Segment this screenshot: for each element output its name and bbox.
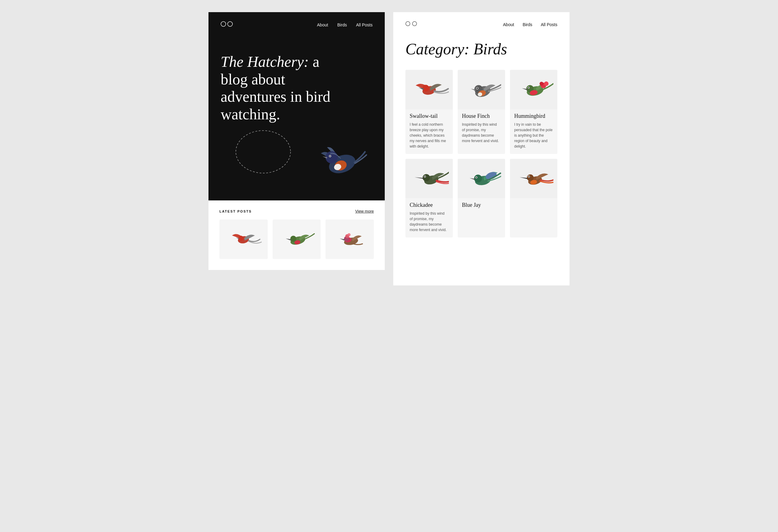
svg-point-31 bbox=[544, 81, 549, 86]
right-nav-birds[interactable]: Birds bbox=[523, 22, 532, 27]
svg-point-2 bbox=[236, 130, 291, 173]
right-nav-links: About Birds All Posts bbox=[503, 22, 557, 27]
birds-grid-row2: Chickadee Inspirited by this wind of pro… bbox=[405, 159, 557, 238]
bird-card-extra[interactable] bbox=[510, 159, 557, 238]
left-panel: About Birds All Posts The Hatchery: a bl… bbox=[209, 12, 385, 270]
hero-section: About Birds All Posts The Hatchery: a bl… bbox=[209, 12, 385, 200]
svg-point-26 bbox=[476, 87, 478, 89]
hero-nav-allposts[interactable]: All Posts bbox=[356, 22, 373, 27]
bird-card-blue-jay-body: Blue Jay bbox=[458, 198, 505, 215]
right-panel: About Birds All Posts Category: Birds bbox=[393, 12, 569, 285]
blue-jay-title: Blue Jay bbox=[462, 202, 501, 208]
house-finch-title: House Finch bbox=[462, 113, 501, 119]
bird-card-swallow-tail[interactable]: Swallow-tail I feel a cold northern bree… bbox=[405, 70, 453, 154]
bird-card-hummingbird-body: Hummingbird I try in vain to be persuade… bbox=[510, 109, 557, 154]
post-card-1[interactable] bbox=[219, 219, 268, 259]
bird-card-chickadee[interactable]: Chickadee Inspirited by this wind of pro… bbox=[405, 159, 453, 238]
birds-grid-row1: Swallow-tail I feel a cold northern bree… bbox=[405, 70, 557, 154]
view-more-link[interactable]: View more bbox=[355, 209, 374, 213]
bird-card-chickadee-body: Chickadee Inspirited by this wind of pro… bbox=[405, 198, 453, 238]
svg-point-47 bbox=[527, 174, 534, 181]
hero-title: The Hatchery: a blog about adventures in… bbox=[221, 53, 348, 123]
hero-nav-about[interactable]: About bbox=[317, 22, 328, 27]
svg-point-20 bbox=[412, 21, 417, 26]
bird-card-house-finch[interactable]: House Finch Inspirited by this wind of p… bbox=[458, 70, 505, 154]
bird-card-hummingbird[interactable]: Hummingbird I try in vain to be persuade… bbox=[510, 70, 557, 154]
hero-nav: About Birds All Posts bbox=[221, 12, 373, 29]
left-logo bbox=[221, 21, 233, 29]
hummingbird-desc: I try in vain to be persuaded that the p… bbox=[514, 122, 553, 149]
svg-point-49 bbox=[528, 176, 529, 177]
chickadee-title: Chickadee bbox=[410, 202, 449, 208]
bird-card-extra-body bbox=[510, 198, 557, 207]
swallow-tail-title: Swallow-tail bbox=[410, 113, 449, 119]
bird-card-blue-jay-img bbox=[458, 159, 505, 198]
chickadee-desc: Inspirited by this wind of promise, my d… bbox=[410, 211, 449, 233]
hero-bird bbox=[309, 130, 370, 185]
bird-card-swallow-tail-body: Swallow-tail I feel a cold northern bree… bbox=[405, 109, 453, 154]
latest-header: LATEST POSTS View more bbox=[219, 209, 374, 213]
svg-point-19 bbox=[406, 21, 410, 26]
svg-point-38 bbox=[423, 174, 430, 181]
category-title-text: Category: Birds bbox=[405, 40, 507, 58]
svg-point-32 bbox=[539, 82, 543, 86]
svg-point-1 bbox=[228, 21, 232, 26]
hummingbird-title: Hummingbird bbox=[514, 113, 553, 119]
latest-section: LATEST POSTS View more bbox=[209, 200, 385, 270]
bird-card-swallow-tail-img bbox=[405, 70, 453, 109]
svg-point-43 bbox=[474, 175, 482, 182]
latest-label: LATEST POSTS bbox=[219, 209, 252, 213]
right-logo bbox=[405, 21, 417, 28]
dashed-circle-decoration bbox=[233, 127, 294, 176]
category-title: Category: Birds bbox=[405, 40, 557, 58]
bird-card-house-finch-body: House Finch Inspirited by this wind of p… bbox=[458, 109, 505, 149]
svg-point-12 bbox=[290, 236, 296, 242]
svg-point-45 bbox=[476, 177, 477, 178]
bird-card-blue-jay[interactable]: Blue Jay bbox=[458, 159, 505, 238]
post-card-2[interactable] bbox=[273, 219, 321, 259]
right-nav-allposts[interactable]: All Posts bbox=[541, 22, 557, 27]
house-finch-desc: Inspirited by this wind of promise, my d… bbox=[462, 122, 501, 144]
right-nav-about[interactable]: About bbox=[503, 22, 514, 27]
bird-card-chickadee-img bbox=[405, 159, 453, 198]
svg-point-40 bbox=[424, 176, 425, 177]
svg-point-35 bbox=[528, 87, 529, 88]
bird-card-extra-img bbox=[510, 159, 557, 198]
bird-card-house-finch-img bbox=[458, 70, 505, 109]
hero-nav-links: About Birds All Posts bbox=[317, 22, 373, 27]
posts-grid bbox=[219, 219, 374, 259]
swallow-tail-desc: I feel a cold northern breeze play upon … bbox=[410, 122, 449, 149]
bird-card-hummingbird-img bbox=[510, 70, 557, 109]
svg-point-18 bbox=[347, 233, 351, 236]
hero-nav-birds[interactable]: Birds bbox=[337, 22, 347, 27]
svg-point-10 bbox=[239, 236, 244, 241]
svg-point-0 bbox=[221, 21, 226, 26]
post-card-3[interactable] bbox=[325, 219, 374, 259]
right-nav: About Birds All Posts bbox=[405, 12, 557, 28]
svg-point-8 bbox=[329, 156, 331, 157]
hero-title-italic: The Hatchery: bbox=[221, 53, 309, 70]
